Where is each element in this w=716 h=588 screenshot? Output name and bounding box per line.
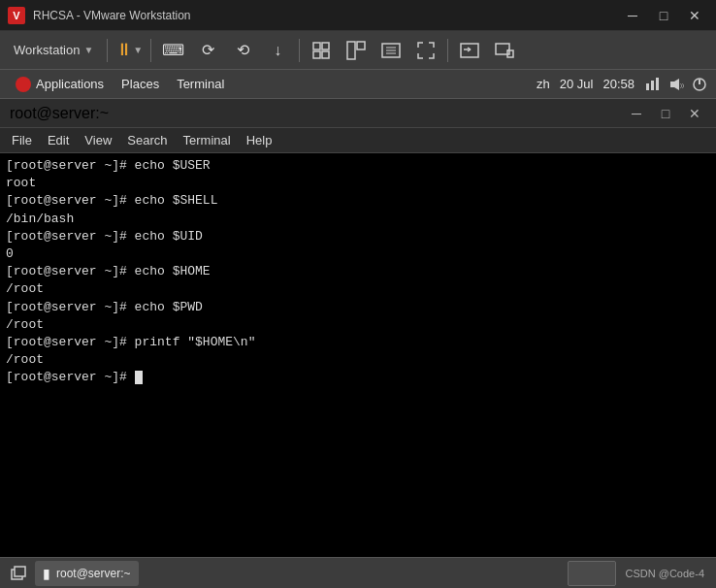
taskbar-restore-button[interactable] — [6, 561, 31, 586]
svg-rect-5 — [322, 51, 329, 58]
window-title: RHCSA - VMware Workstation — [33, 9, 191, 22]
pause-icon: ⏸ — [115, 40, 133, 60]
terminal-line: [root@server ~]# echo $SHELL — [6, 192, 710, 210]
applications-menu[interactable]: Applications — [8, 74, 112, 95]
svg-rect-7 — [357, 42, 365, 49]
applications-icon — [16, 77, 31, 92]
status-icons: )) — [644, 76, 708, 93]
svg-text:)): )) — [680, 82, 684, 88]
terminal-title-controls: ─ □ ✕ — [625, 104, 706, 123]
taskbar-brand: CSDN @Code-4 — [620, 568, 710, 579]
title-bar-left: V RHCSA - VMware Workstation — [8, 7, 191, 24]
terminal-body[interactable]: [root@server ~]# echo $USERroot[root@ser… — [0, 153, 716, 557]
guest-menubar-right: zh 20 Jul 20:58 )) — [537, 76, 708, 93]
suspend-button[interactable]: ↓ — [262, 36, 293, 65]
svg-rect-21 — [656, 78, 659, 90]
unity-button[interactable] — [341, 36, 372, 65]
pause-button[interactable]: ⏸ ▼ — [114, 36, 145, 65]
stretch-icon — [381, 41, 401, 60]
terminal-cursor — [135, 371, 143, 384]
terminal-line: /bin/bash — [6, 211, 710, 228]
places-label: Places — [121, 77, 159, 91]
svg-rect-20 — [651, 81, 654, 90]
fullscreen-icon — [311, 41, 331, 60]
fit-window-button[interactable] — [410, 36, 441, 65]
svg-text:V: V — [13, 10, 20, 21]
terminal-window-title: root@server:~ — [10, 105, 109, 122]
pause-arrow-icon: ▼ — [133, 45, 143, 55]
toolbar-sep-1 — [107, 39, 108, 62]
revert-button[interactable]: ⟲ — [227, 36, 258, 65]
term-menu-search[interactable]: Search — [119, 131, 175, 149]
taskbar-snap-button[interactable] — [568, 561, 616, 586]
terminal-label: Terminal — [177, 77, 224, 91]
taskbar-right: CSDN @Code-4 — [568, 561, 710, 586]
console-icon — [460, 41, 479, 60]
terminal-line: 0 — [6, 245, 710, 263]
terminal-line: /root — [6, 316, 710, 334]
terminal-line: [root@server ~]# — [6, 369, 710, 386]
toolbar-sep-3 — [299, 39, 300, 62]
network-icon — [644, 76, 662, 93]
date-display: 20 Jul — [560, 77, 594, 91]
places-menu[interactable]: Places — [114, 74, 167, 94]
restore-button[interactable]: □ — [650, 5, 677, 26]
suspend-icon: ↓ — [274, 42, 281, 59]
snapshot-button[interactable]: ⟳ — [192, 36, 223, 65]
terminal-menubar: File Edit View Search Terminal Help — [0, 128, 716, 153]
keyboard-icon: ⌨ — [162, 41, 184, 59]
unity-icon — [346, 41, 366, 60]
term-menu-edit[interactable]: Edit — [40, 131, 77, 149]
svg-rect-3 — [322, 43, 329, 49]
workstation-arrow-icon: ▼ — [83, 45, 93, 55]
snapshot-icon: ⟳ — [202, 41, 214, 59]
language-indicator: zh — [537, 77, 550, 91]
revert-icon: ⟲ — [237, 41, 249, 59]
toolbar-sep-4 — [447, 39, 448, 62]
volume-icon: )) — [667, 76, 685, 93]
terminal-line: [root@server ~]# echo $PWD — [6, 299, 710, 316]
toolbar-sep-2 — [150, 39, 151, 62]
term-menu-help[interactable]: Help — [239, 131, 280, 149]
svg-marker-22 — [670, 79, 679, 90]
term-menu-view[interactable]: View — [77, 131, 119, 149]
terminal-line: root — [6, 175, 710, 192]
screenshot-icon — [495, 41, 514, 60]
title-bar: V RHCSA - VMware Workstation ─ □ ✕ — [0, 0, 716, 31]
send-ctrlaltdel-button[interactable]: ⌨ — [157, 36, 188, 65]
terminal-close-button[interactable]: ✕ — [683, 104, 706, 123]
svg-rect-19 — [646, 83, 649, 90]
console-button[interactable] — [454, 36, 485, 65]
vmware-logo-icon: V — [8, 7, 25, 24]
workstation-label: Workstation — [14, 43, 80, 57]
fit-icon — [416, 41, 436, 60]
term-menu-file[interactable]: File — [4, 131, 40, 149]
svg-rect-27 — [15, 567, 25, 576]
minimize-button[interactable]: ─ — [619, 5, 646, 26]
vmware-toolbar: Workstation ▼ ⏸ ▼ ⌨ ⟳ ⟲ ↓ — [0, 31, 716, 70]
bottom-taskbar: ▮ root@server:~ CSDN @Code-4 — [0, 557, 716, 588]
svg-rect-4 — [313, 51, 320, 58]
terminal-line: [root@server ~]# printf "$HOME\n" — [6, 334, 710, 351]
terminal-menu[interactable]: Terminal — [169, 74, 232, 94]
stretch-button[interactable] — [375, 36, 407, 65]
terminal-line: [root@server ~]# echo $USER — [6, 157, 710, 175]
terminal-minimize-button[interactable]: ─ — [625, 104, 648, 123]
terminal-line: [root@server ~]# echo $UID — [6, 228, 710, 245]
taskbar-window-label: root@server:~ — [56, 567, 131, 580]
svg-rect-2 — [313, 43, 320, 49]
fullscreen-button[interactable] — [306, 36, 337, 65]
taskbar-terminal-window[interactable]: ▮ root@server:~ — [35, 561, 139, 586]
screenshot-button[interactable] — [489, 36, 520, 65]
terminal-taskbar-icon: ▮ — [43, 566, 50, 581]
close-button[interactable]: ✕ — [681, 5, 708, 26]
terminal-maximize-button[interactable]: □ — [654, 104, 677, 123]
workstation-menu[interactable]: Workstation ▼ — [6, 39, 101, 61]
title-bar-controls: ─ □ ✕ — [619, 5, 708, 26]
restore-icon — [10, 565, 27, 582]
term-menu-terminal[interactable]: Terminal — [176, 131, 239, 149]
terminal-titlebar: root@server:~ ─ □ ✕ — [0, 99, 716, 128]
terminal-line: [root@server ~]# echo $HOME — [6, 263, 710, 280]
power-icon — [691, 76, 708, 93]
terminal-line: /root — [6, 351, 710, 369]
